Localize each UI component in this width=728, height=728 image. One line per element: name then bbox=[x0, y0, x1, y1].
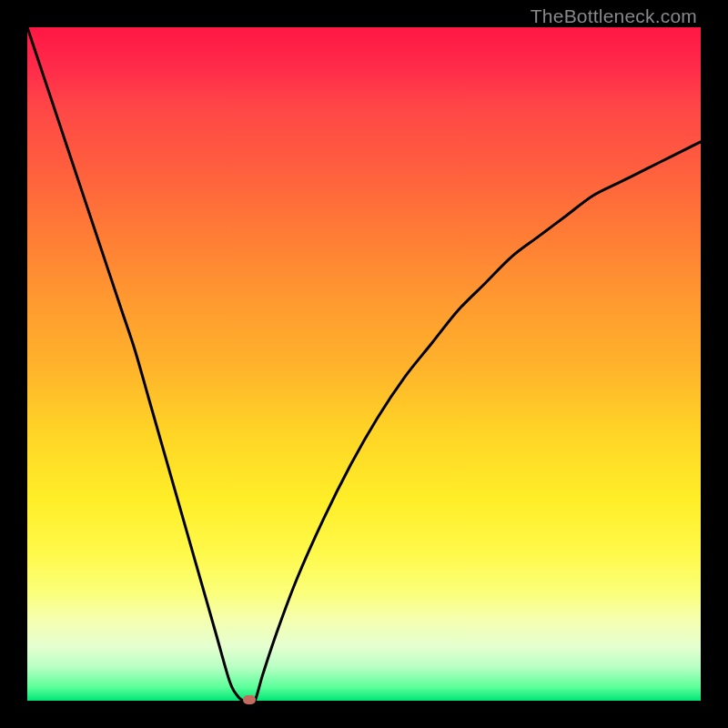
bottleneck-curve bbox=[27, 27, 701, 701]
chart-frame: TheBottleneck.com bbox=[0, 0, 728, 728]
plot-area bbox=[27, 27, 701, 701]
watermark-text: TheBottleneck.com bbox=[531, 5, 697, 27]
optimal-point-marker bbox=[243, 695, 256, 704]
